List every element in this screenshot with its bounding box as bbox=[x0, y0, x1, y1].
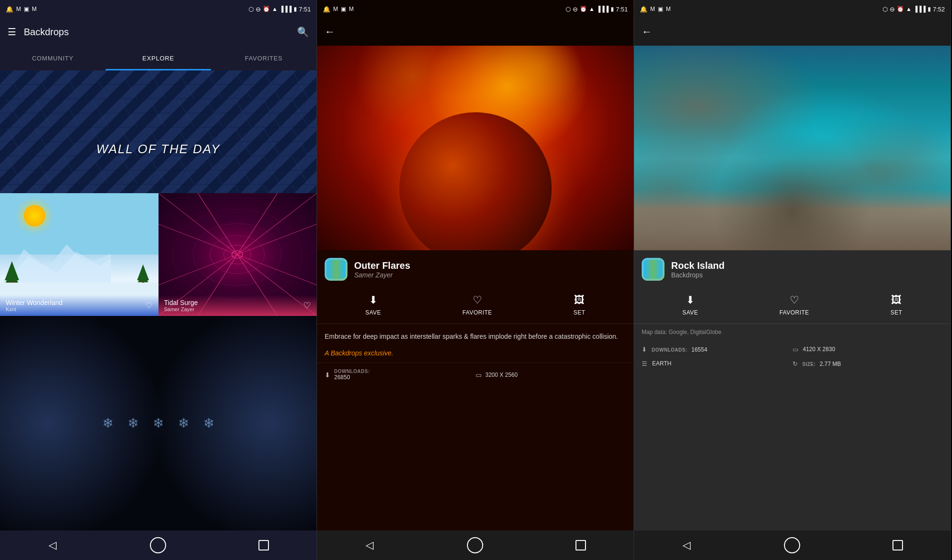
bottom-preview[interactable]: ❄ ❄ ❄ ❄ ❄ bbox=[0, 316, 317, 531]
nav-header-1: ☰ Backdrops 🔍 bbox=[0, 18, 317, 46]
recents-button-3[interactable] bbox=[888, 536, 907, 555]
notification-icon-3: 🔔 bbox=[640, 6, 647, 13]
bottom-nav-3: ◁ bbox=[634, 531, 951, 560]
back-arrow-icon-1: ◁ bbox=[49, 539, 57, 551]
back-button-1[interactable]: ◁ bbox=[43, 536, 62, 555]
tab-explore[interactable]: EXPLORE bbox=[106, 46, 211, 70]
set-button-2[interactable]: 🖼 SET bbox=[574, 294, 585, 316]
meta-resolution-3: ▭ 4120 X 2830 bbox=[793, 345, 943, 354]
sun-decoration bbox=[24, 205, 45, 226]
svg-line-8 bbox=[159, 193, 238, 255]
recents-square-icon-1 bbox=[258, 540, 269, 550]
back-icon-3[interactable]: ← bbox=[642, 26, 652, 38]
status-time-2: 7:51 bbox=[616, 6, 628, 13]
favorite-button-3[interactable]: ♡ FAVORITE bbox=[779, 294, 809, 316]
resolution-icon-3: ▭ bbox=[793, 346, 798, 353]
meta-downloads-3: ⬇ DOWNLOADS: 16554 bbox=[642, 345, 793, 354]
map-data: Map data: Google, DigitalGlobe bbox=[634, 324, 951, 340]
bottom-nav-2: ◁ bbox=[317, 531, 634, 560]
set-label-2: SET bbox=[574, 309, 585, 316]
size-icon-3: ↻ bbox=[793, 360, 798, 367]
panel3-title: Rock Island bbox=[671, 260, 724, 271]
wallpaper-description-2: Embrace for deep impact as interstellar … bbox=[317, 324, 634, 349]
meta-resolution-2: ▭ 3200 X 2560 bbox=[476, 369, 626, 381]
panel3-author: Backdrops bbox=[671, 271, 724, 279]
battery-icon: ▮ bbox=[294, 6, 297, 12]
image-icon-3: ▣ bbox=[658, 6, 663, 12]
search-icon-1[interactable]: 🔍 bbox=[297, 26, 309, 38]
app-icon-inner-3 bbox=[644, 260, 663, 279]
meta-size-3: ↻ SIZE: 2.77 MB bbox=[793, 359, 943, 368]
favorite-button-2[interactable]: ♡ FAVORITE bbox=[462, 294, 492, 316]
winter-author: Kxnt bbox=[6, 306, 63, 312]
downloads-value-3: 16554 bbox=[691, 346, 707, 353]
save-icon-2: ⬇ bbox=[369, 294, 377, 306]
gmail-icon: M bbox=[16, 6, 21, 12]
app-title-1: Backdrops bbox=[24, 27, 297, 38]
meta-category-3: ☰ EARTH bbox=[642, 359, 793, 368]
snowflake-5: ❄ bbox=[203, 415, 214, 431]
set-button-3[interactable]: 🖼 SET bbox=[891, 294, 902, 316]
hamburger-icon[interactable]: ☰ bbox=[8, 26, 16, 38]
panel-explore: 🔔 M ▣ M ⬡ ⊖ ⏰ ▲ ▐▐▐ ▮ 7:51 ☰ Backdrops 🔍… bbox=[0, 0, 317, 560]
grid-item-tidal[interactable]: Tidal Surge Samer Zayer ♡ bbox=[159, 193, 317, 316]
recents-button-2[interactable] bbox=[571, 536, 590, 555]
grid-item-winter[interactable]: Winter Wonderland Kxnt ♡ bbox=[0, 193, 159, 316]
alarm-icon-2: ⏰ bbox=[580, 6, 587, 12]
favorite-label-3: FAVORITE bbox=[779, 309, 809, 316]
size-label-3: SIZE: bbox=[803, 362, 816, 367]
save-button-3[interactable]: ⬇ SAVE bbox=[682, 294, 698, 316]
home-button-1[interactable] bbox=[149, 536, 168, 555]
back-arrow-icon-2: ◁ bbox=[366, 539, 374, 551]
status-icons-left-1: 🔔 M ▣ M bbox=[6, 6, 37, 13]
minus-circle-icon: ⊖ bbox=[256, 6, 261, 13]
back-arrow-icon-3: ◁ bbox=[683, 539, 691, 551]
exclusive-tag-2: A Backdrops exclusive. bbox=[317, 349, 634, 363]
wallpaper-title-2: Outer Flares bbox=[354, 260, 410, 271]
set-icon-2: 🖼 bbox=[574, 294, 585, 306]
heart-icon-winter[interactable]: ♡ bbox=[145, 300, 153, 311]
category-value-3: EARTH bbox=[652, 360, 671, 367]
gmail2-icon: M bbox=[32, 6, 37, 12]
recents-button-1[interactable] bbox=[254, 536, 273, 555]
gmail2-icon-2: M bbox=[349, 6, 354, 12]
home-circle-icon-3 bbox=[784, 537, 800, 553]
status-icons-left-3: 🔔 M ▣ M bbox=[640, 6, 671, 13]
app-icon-3 bbox=[642, 258, 664, 281]
wallpaper-header-2: Outer Flares Samer Zayer bbox=[317, 250, 634, 288]
home-button-2[interactable] bbox=[466, 536, 485, 555]
tree-left bbox=[5, 261, 19, 285]
wall-of-day[interactable]: WALL OF THE DAY bbox=[0, 70, 317, 193]
signal-icon: ▐▐▐ bbox=[279, 6, 292, 12]
resolution-value-3: 4120 X 2830 bbox=[803, 346, 835, 353]
winter-title: Winter Wonderland bbox=[6, 299, 63, 306]
gmail2-icon-3: M bbox=[666, 6, 671, 12]
back-icon-2[interactable]: ← bbox=[325, 26, 335, 38]
heart-icon-tidal[interactable]: ♡ bbox=[303, 300, 311, 311]
status-icons-left-2: 🔔 M ▣ M bbox=[323, 6, 354, 13]
status-bar-3: 🔔 M ▣ M ⬡ ⊖ ⏰ ▲ ▐▐▐ ▮ 7:52 bbox=[634, 0, 951, 18]
tab-community[interactable]: COMMUNITY bbox=[0, 46, 106, 70]
cube-pattern bbox=[0, 70, 317, 193]
back-button-3[interactable]: ◁ bbox=[677, 536, 696, 555]
panel3-meta-row-2: ☰ EARTH ↻ SIZE: 2.77 MB bbox=[634, 356, 951, 371]
nav-header-2: ← bbox=[317, 18, 634, 46]
downloads-value-2: 26850 bbox=[334, 374, 370, 381]
wall-of-day-label: WALL OF THE DAY bbox=[96, 142, 220, 157]
category-icon-3: ☰ bbox=[642, 360, 647, 367]
grid-row-1: Winter Wonderland Kxnt ♡ bbox=[0, 193, 317, 316]
tab-favorites[interactable]: FAVORITES bbox=[211, 46, 317, 70]
set-label-3: SET bbox=[891, 309, 902, 316]
image-icon: ▣ bbox=[24, 6, 29, 12]
bluetooth-icon-3: ⬡ bbox=[883, 6, 888, 13]
panel1-content: WALL OF THE DAY bbox=[0, 70, 317, 531]
save-button-2[interactable]: ⬇ SAVE bbox=[365, 294, 381, 316]
water-teal bbox=[729, 87, 919, 189]
home-button-3[interactable] bbox=[783, 536, 802, 555]
download-icon-3: ⬇ bbox=[642, 346, 647, 353]
snowflake-2: ❄ bbox=[128, 415, 139, 431]
back-button-2[interactable]: ◁ bbox=[360, 536, 379, 555]
meta-downloads-2: ⬇ DOWNLOADS: 26850 bbox=[325, 369, 476, 381]
panel-rock-island: 🔔 M ▣ M ⬡ ⊖ ⏰ ▲ ▐▐▐ ▮ 7:52 ← Rock Isl bbox=[634, 0, 951, 560]
gmail-icon-2: M bbox=[333, 6, 338, 12]
